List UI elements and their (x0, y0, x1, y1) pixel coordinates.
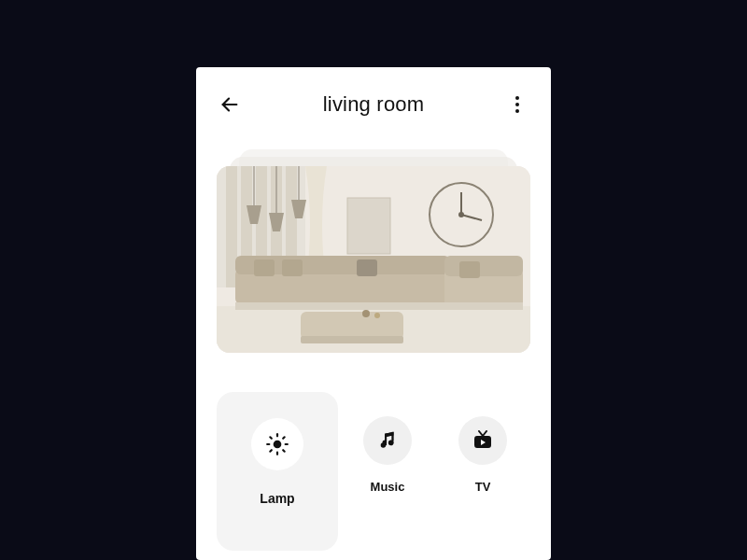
svg-line-38 (283, 437, 285, 439)
control-lamp-label: Lamp (260, 491, 294, 506)
page-title: living room (323, 92, 425, 117)
svg-line-35 (270, 437, 272, 439)
svg-rect-20 (444, 256, 523, 276)
room-photo-stack[interactable] (217, 149, 530, 355)
svg-point-29 (374, 313, 380, 318)
svg-line-37 (270, 450, 272, 452)
svg-rect-26 (357, 259, 377, 276)
living-room-illustration (217, 166, 530, 353)
svg-rect-25 (282, 259, 303, 276)
svg-point-15 (458, 212, 464, 217)
svg-point-30 (274, 441, 282, 449)
tv-icon (458, 416, 507, 465)
svg-line-45 (483, 431, 486, 436)
device-controls: Lamp Music (217, 392, 530, 551)
svg-point-39 (381, 442, 387, 448)
svg-line-36 (283, 450, 285, 452)
music-note-icon (363, 416, 412, 465)
control-tv-label: TV (475, 480, 491, 494)
control-lamp[interactable]: Lamp (217, 392, 338, 551)
sun-icon (251, 418, 303, 470)
svg-rect-27 (459, 261, 480, 278)
more-button[interactable] (504, 91, 530, 118)
control-music-label: Music (371, 480, 405, 494)
arrow-left-icon (219, 94, 240, 115)
svg-point-40 (388, 441, 394, 446)
header-bar: living room (217, 86, 530, 123)
room-screen: living room (196, 67, 551, 560)
svg-rect-21 (235, 302, 523, 310)
controls-row: Music TV (355, 392, 515, 551)
svg-rect-11 (347, 198, 390, 254)
room-photo (217, 166, 530, 353)
more-vertical-icon (515, 96, 519, 100)
svg-rect-24 (254, 259, 275, 276)
back-button[interactable] (217, 91, 243, 118)
control-music[interactable]: Music (355, 416, 420, 551)
svg-rect-22 (301, 312, 403, 340)
svg-point-28 (362, 310, 370, 317)
svg-rect-23 (301, 336, 403, 343)
control-tv[interactable]: TV (450, 416, 515, 551)
